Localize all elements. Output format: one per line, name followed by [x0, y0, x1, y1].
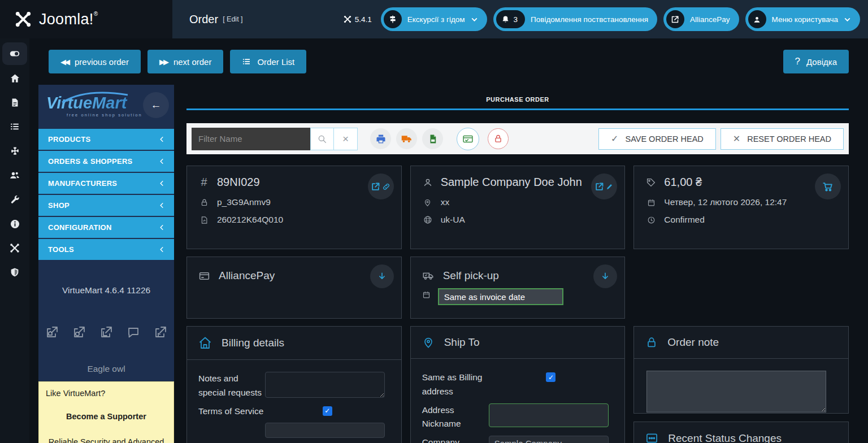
customer-edit-actions[interactable] [591, 173, 617, 199]
credit-card-check-icon [462, 133, 474, 145]
joomla-rail-icon[interactable] [2, 237, 27, 259]
order-note-card: Order note [633, 326, 849, 414]
user-menu-button[interactable]: Меню користувача [745, 7, 860, 31]
order-link-actions[interactable] [368, 173, 394, 199]
right-column-stack: Order note Recent Status Changes [633, 326, 849, 443]
order-list-button[interactable]: Order List [230, 50, 306, 73]
order-note-textarea[interactable] [646, 371, 826, 412]
order-status: Confirmed [664, 215, 705, 225]
toggle-menu-icon[interactable] [2, 42, 27, 65]
invoice-number-line: 260212K64Q010 [198, 215, 390, 225]
export-docs-icon[interactable] [99, 325, 113, 339]
alliancepay-label: AlliancePay [690, 15, 730, 24]
print-button[interactable] [370, 128, 391, 149]
ship-to-card: Ship To Same as Billing address Address … [410, 326, 626, 443]
virtuemart-menu: PRODUCTS ORDERS & SHOPPERS MANUFACTURERS… [38, 129, 174, 260]
wrench-icon[interactable] [2, 188, 27, 211]
search-button[interactable] [310, 128, 334, 150]
company-input[interactable] [489, 436, 609, 443]
clear-filter-button[interactable]: × [334, 128, 358, 150]
recent-status-title: Recent Status Changes [668, 432, 782, 443]
shipment-date-input[interactable] [438, 288, 563, 305]
billing-details-card: Billing details Notes and special reques… [186, 326, 402, 443]
shopping-cart-icon [822, 180, 834, 193]
promo-question: Like VirtueMart? [46, 389, 167, 398]
lock-icon [198, 198, 210, 207]
credit-card-icon [198, 270, 210, 282]
recent-status-card: Recent Status Changes [633, 422, 849, 443]
order-total: 61,00 ₴ [664, 176, 702, 189]
invoice-file-icon [198, 216, 210, 224]
section-divider [186, 108, 849, 110]
invoice-pdf-button[interactable] [422, 128, 443, 149]
delivery-truck-icon [422, 270, 435, 282]
home-icon[interactable] [2, 67, 27, 89]
export-home-icon[interactable] [45, 325, 59, 339]
collapse-sidebar-button[interactable]: ← [143, 92, 169, 118]
shield-privacy-icon[interactable] [2, 261, 27, 284]
lock-order-button[interactable] [488, 128, 509, 149]
order-number-line: # 89NI029 [198, 176, 390, 189]
help-button[interactable]: ? Довідка [783, 50, 849, 73]
same-as-billing-checkbox[interactable] [546, 372, 555, 382]
joomla-version: 5.4.1 [344, 15, 372, 24]
become-supporter-link[interactable]: Become a Supporter [46, 412, 167, 421]
map-pin-icon [422, 336, 435, 349]
address-nickname-label: Address Nickname [422, 403, 489, 432]
order-date-line: Четвер, 12 лютого 2026, 12:47 [645, 197, 837, 207]
order-note-body [634, 359, 848, 427]
supporter-promo-box: Like VirtueMart? Become a Supporter Reli… [38, 381, 174, 443]
order-status-line: Confirmed [645, 215, 837, 225]
payment-method-line: AlliancePay [198, 266, 390, 282]
address-nickname-input[interactable] [489, 403, 609, 427]
delivery-note-button[interactable] [396, 128, 417, 149]
back-arrow-icon: ← [151, 99, 162, 111]
alliancepay-link[interactable]: AlliancePay [663, 7, 739, 31]
order-number: 89NI029 [217, 176, 260, 189]
grid-spacer [633, 257, 849, 319]
previous-order-button[interactable]: ◀◀ previous order [49, 50, 141, 73]
next-order-button[interactable]: ▶▶ next order [147, 50, 224, 73]
expand-payment-button[interactable] [370, 264, 394, 288]
bell-icon [501, 15, 510, 24]
sidebar-item-manufacturers[interactable]: MANUFACTURERS [38, 173, 174, 194]
guided-tour-button[interactable]: Екскурсії з гідом [381, 7, 487, 31]
order-number-card: # 89NI029 p_3G9Anmv9 260212K64Q010 [186, 166, 402, 249]
payment-capture-button[interactable] [457, 128, 479, 150]
sidebar-item-tools[interactable]: TOOLS [38, 239, 174, 260]
customer-name-line: Sample Company Doe John [422, 176, 614, 189]
sidebar-item-shop[interactable]: SHOP [38, 195, 174, 216]
content-icon[interactable] [2, 91, 27, 114]
filter-name-input[interactable] [192, 128, 310, 150]
expand-shipment-button[interactable] [593, 264, 617, 288]
save-order-head-button[interactable]: ✓ SAVE ORDER HEAD [598, 128, 716, 150]
cart-action[interactable] [815, 173, 841, 199]
chevron-left-icon [159, 180, 165, 186]
history-clock-icon [645, 216, 657, 224]
sidebar-item-orders-shoppers[interactable]: ORDERS & SHOPPERS [38, 151, 174, 172]
extra-field-row [198, 423, 390, 438]
page-mode: [ Edit ] [223, 15, 242, 23]
tos-checkbox[interactable] [323, 406, 332, 416]
notifications-label: Повідомлення поствстановлення [531, 15, 648, 24]
export-forum-icon[interactable] [154, 325, 167, 339]
billing-extra-input[interactable] [265, 423, 385, 438]
address-nickname-row: Address Nickname [422, 403, 614, 432]
menus-icon[interactable] [2, 115, 27, 138]
sidebar-item-configuration[interactable]: CONFIGURATION [38, 217, 174, 238]
virtuemart-logo: VirtueMart free online shop solution ← [38, 85, 174, 122]
info-icon[interactable] [2, 212, 27, 235]
notes-textarea[interactable] [265, 372, 385, 398]
promo-text: Reliable Security and Advanced Developme… [46, 436, 167, 443]
reset-order-head-button[interactable]: ✕ RESET ORDER HEAD [721, 128, 844, 150]
sidebar-item-products[interactable]: PRODUCTS [38, 129, 174, 150]
users-icon[interactable] [2, 164, 27, 186]
ellipsis-box-icon [645, 432, 658, 443]
components-puzzle-icon[interactable] [2, 140, 27, 162]
export-extensions-icon[interactable] [72, 325, 86, 339]
notifications-button[interactable]: 3 Повідомлення поствстановлення [493, 7, 657, 31]
registered-mark: ® [94, 11, 98, 17]
search-icon [317, 134, 327, 144]
comment-icon[interactable] [127, 325, 140, 339]
customer-card: Sample Company Doe John xx uk-UA [410, 166, 626, 249]
